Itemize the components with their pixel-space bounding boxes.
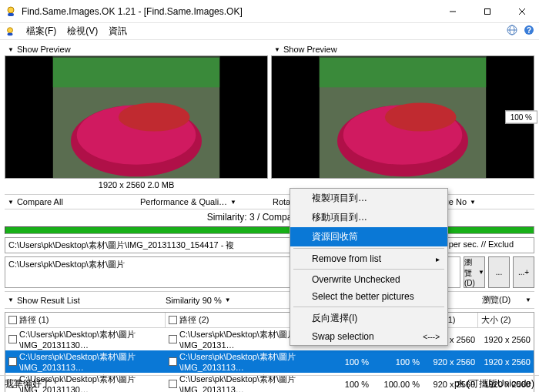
chevron-down-icon: ▼ <box>525 297 531 303</box>
chevron-down-icon: ▼ <box>470 199 476 206</box>
app-icon-small <box>5 26 15 37</box>
table-row[interactable]: C:\Users\pk\Desktop\素材\圖片\IMG_20131130…C… <box>5 328 534 350</box>
menu-file[interactable]: 檔案(F) <box>26 25 56 38</box>
chevron-right-icon: ▸ <box>436 255 440 263</box>
titlebar: Find.Same.Images.OK 1.21 - [Find.Same.Im… <box>0 0 539 23</box>
chevron-down-icon: ▼ <box>274 46 280 53</box>
show-preview-label: Show Preview <box>17 45 71 54</box>
table-row[interactable]: C:\Users\pk\Desktop\素材\圖片\IMG_2013113…C:… <box>5 350 534 373</box>
preview-left: ▼ Show Preview 1920 x 2560 2.0 MB <box>5 43 268 191</box>
svg-text:?: ? <box>527 26 531 35</box>
cm-swap-selection[interactable]: Swap selection<---> <box>290 328 447 345</box>
context-menu: 複製項目到… 移動項目到… 資源回收筒 Remove from list▸ Ov… <box>290 188 448 346</box>
checkbox[interactable] <box>169 316 177 324</box>
progress-bar <box>5 226 534 234</box>
cm-copy-to[interactable]: 複製項目到… <box>290 189 447 208</box>
status-right: pk (可攜版Unicode) <box>454 377 534 390</box>
preview-image-right <box>271 55 534 179</box>
menu-info[interactable]: 資訊 <box>109 25 127 38</box>
cm-invert-selection[interactable]: 反向選擇(I) <box>290 309 447 328</box>
add-more-button[interactable]: ...+ <box>513 256 534 288</box>
table-header: 路徑 (1) 路徑 (2) 大小 (1) 大小 (2) <box>5 313 534 328</box>
svg-rect-7 <box>8 32 13 35</box>
chevron-down-icon: ▼ <box>478 269 484 276</box>
chevron-down-icon: ▼ <box>8 297 14 303</box>
checkbox[interactable] <box>169 357 177 366</box>
checkbox[interactable] <box>8 357 17 366</box>
col-path1[interactable]: 路徑 (1) <box>5 313 166 327</box>
browse-dropdown[interactable]: 瀏覽(D) ▼ <box>464 256 485 288</box>
image-meta-right <box>271 179 534 182</box>
checkbox[interactable] <box>169 335 177 343</box>
svg-point-25 <box>119 102 190 131</box>
minimize-button[interactable] <box>435 0 470 22</box>
svg-rect-3 <box>484 8 490 14</box>
image-meta-left: 1920 x 2560 2.0 MB <box>5 179 268 191</box>
checkbox[interactable] <box>8 335 17 343</box>
similarity-summary: Similarity: 3 / Comparisons: 15 <box>5 209 534 225</box>
close-button[interactable] <box>504 0 539 22</box>
app-icon <box>5 5 17 18</box>
globe-icon[interactable] <box>507 25 517 38</box>
cm-remove-from-list[interactable]: Remove from list▸ <box>290 250 447 267</box>
show-preview-right-dropdown[interactable]: ▼ Show Preview <box>271 43 534 55</box>
maximize-button[interactable] <box>470 0 504 22</box>
preview-right: ▼ Show Preview 100 % <box>271 43 534 191</box>
match-percent-badge: 100 % <box>505 111 537 124</box>
cm-overwrite-unchecked[interactable]: Overwrite Unchecked <box>290 271 447 288</box>
chevron-down-icon: ▼ <box>8 46 14 53</box>
cm-move-to[interactable]: 移動項目到… <box>290 208 447 227</box>
cm-select-better[interactable]: Select the better pictures <box>290 288 447 305</box>
status-bar: 我準備好了 pk (可攜版Unicode) <box>0 375 539 392</box>
col-size2[interactable]: 大小 (2) <box>478 313 534 327</box>
performance-dropdown[interactable]: Performance & Quali…▼ <box>137 194 270 209</box>
svg-point-0 <box>8 7 14 13</box>
browse-dropdown-2[interactable]: 瀏覽(D)▼ <box>479 291 534 309</box>
svg-rect-30 <box>320 56 486 58</box>
chevron-down-icon: ▼ <box>8 199 14 206</box>
show-preview-label: Show Preview <box>283 45 337 54</box>
result-list-dropdown[interactable]: ▼Show Result List <box>5 291 162 309</box>
svg-rect-15 <box>53 56 219 87</box>
menu-bar: 檔案(F) 檢視(V) 資訊 ? <box>0 23 539 40</box>
svg-rect-1 <box>8 13 14 16</box>
svg-point-39 <box>385 102 457 131</box>
menu-separator <box>293 269 444 270</box>
svg-point-6 <box>8 27 13 32</box>
window-title: Find.Same.Images.OK 1.21 - [Find.Same.Im… <box>22 6 435 17</box>
show-preview-left-dropdown[interactable]: ▼ Show Preview <box>5 43 268 55</box>
svg-rect-16 <box>53 56 219 58</box>
cm-recycle-bin[interactable]: 資源回收筒 <box>290 227 447 246</box>
menu-view[interactable]: 檢視(V) <box>67 25 98 38</box>
menu-separator <box>293 248 444 249</box>
help-icon[interactable]: ? <box>524 25 534 38</box>
compare-mode-dropdown[interactable]: ▼Compare All <box>5 194 137 209</box>
browse-button[interactable]: ... <box>488 256 510 288</box>
chevron-down-icon: ▼ <box>230 199 236 206</box>
menu-separator <box>293 307 444 307</box>
chevron-down-icon: ▼ <box>225 297 231 303</box>
preview-image-left <box>5 55 268 179</box>
checkbox[interactable] <box>8 316 17 324</box>
status-left: 我準備好了 <box>5 377 51 390</box>
svg-rect-29 <box>320 56 486 87</box>
